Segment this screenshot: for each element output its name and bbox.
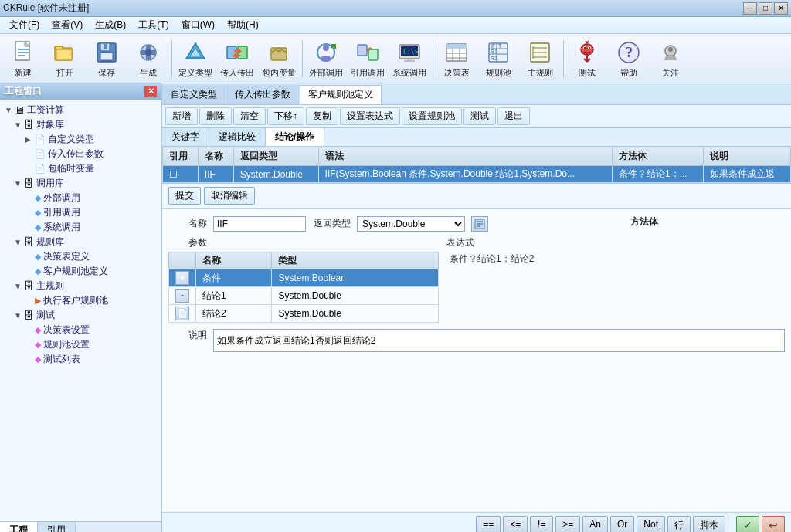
tree-external-call[interactable]: ◆ 外部调用 (3, 191, 158, 205)
package-var-btn[interactable]: 包内变量 (259, 36, 299, 80)
svg-point-69 (668, 47, 673, 52)
subtab-keyword[interactable]: 关键字 (162, 128, 209, 146)
define-type-btn[interactable]: 定义类型 (175, 36, 216, 80)
param-ctrl[interactable]: - (169, 287, 196, 305)
name-input[interactable] (213, 216, 306, 232)
save-btn[interactable]: 保存 (87, 36, 127, 80)
tree-object-lib[interactable]: ▼ 🗄 对象库 (3, 117, 158, 132)
new-btn[interactable]: 新建 (3, 36, 43, 80)
le-btn[interactable]: <= (503, 516, 528, 532)
menu-file[interactable]: 文件(F) (3, 17, 46, 33)
param-ctrl[interactable]: 📄 (169, 305, 196, 323)
svg-point-60 (589, 47, 590, 49)
copy-btn[interactable]: 复制 (306, 107, 338, 125)
open-btn[interactable]: 打开 (45, 36, 85, 80)
tree-exec-rule-pool[interactable]: ▶ 执行客户规则池 (3, 293, 158, 308)
svg-text:R2: R2 (491, 56, 497, 61)
external-call-btn[interactable]: 外部调用 (306, 36, 346, 80)
tab-customer-rule-pool[interactable]: 客户规则池定义 (300, 85, 382, 104)
rule-pool-btn[interactable]: IF T R1 R2 规则池 (478, 36, 518, 80)
or-btn[interactable]: Or (610, 516, 634, 532)
cancel-confirm-btn[interactable]: ↩ (762, 516, 785, 532)
param-row[interactable]: + 条件 System.Boolean (169, 269, 439, 287)
tree-decision-table[interactable]: ◆ 决策表定义 (3, 249, 158, 264)
tree-sys-call[interactable]: ◆ 系统调用 (3, 220, 158, 235)
tree-call-lib[interactable]: ▼ 🗄 调用库 (3, 176, 158, 191)
tab-custom-type[interactable]: 自定义类型 (162, 85, 226, 104)
tree-decision-table-set[interactable]: ◆ 决策表设置 (3, 323, 158, 337)
name-label: 名称 (168, 217, 207, 230)
doc-param-btn[interactable]: 📄 (175, 307, 189, 320)
minimize-btn[interactable]: ─ (743, 2, 757, 15)
focus-btn[interactable]: 关注 (650, 36, 691, 80)
tree-main-rule[interactable]: ▼ 🗄 主规则 (3, 279, 158, 293)
svg-rect-40 (446, 44, 453, 49)
and-btn[interactable]: An (582, 516, 608, 532)
tree-test[interactable]: ▼ 🗄 测试 (3, 308, 158, 323)
row-btn[interactable]: 行 (667, 516, 691, 532)
remove-param-btn[interactable]: - (175, 289, 189, 303)
script-btn[interactable]: 脚本 (693, 516, 725, 532)
tree-rule-pool-def[interactable]: ◆ 客户规则池定义 (3, 264, 158, 279)
not-btn[interactable]: Not (637, 516, 665, 532)
tab-transfer-param[interactable]: 传入传出参数 (226, 85, 299, 104)
note-input[interactable] (213, 329, 785, 352)
param-name: 结论1 (196, 287, 272, 305)
subtab-logic[interactable]: 逻辑比较 (209, 128, 266, 146)
tree-test-list[interactable]: ◆ 测试列表 (3, 352, 158, 367)
ge-btn[interactable]: >= (555, 516, 580, 532)
tree-rule-lib[interactable]: ▼ 🗄 规则库 (3, 235, 158, 249)
menu-view[interactable]: 查看(V) (46, 17, 89, 33)
cancel-edit-btn[interactable]: 取消编辑 (204, 187, 255, 205)
eq-btn[interactable]: == (476, 516, 501, 532)
return-type-browse-btn[interactable] (471, 216, 488, 232)
delete-btn[interactable]: 删除 (199, 107, 232, 125)
col-param-name: 名称 (196, 252, 272, 269)
transfer-btn[interactable]: 传入传出 (217, 36, 257, 80)
param-ctrl[interactable]: + (169, 269, 196, 287)
menu-window[interactable]: 窗口(W) (175, 17, 221, 33)
tab-project[interactable]: 工程 (0, 522, 38, 532)
param-row[interactable]: 📄 结论2 System.Double (169, 305, 439, 323)
return-type-select[interactable]: System.Double (357, 216, 465, 232)
menu-generate[interactable]: 生成(B) (89, 17, 132, 33)
set-rule-pool-btn[interactable]: 设置规则池 (402, 107, 462, 125)
add-param-btn[interactable]: + (175, 271, 189, 285)
svg-rect-41 (453, 44, 460, 49)
ref-call-btn[interactable]: 引用调用 (348, 36, 388, 80)
row-checkbox[interactable]: ☐ (163, 166, 199, 183)
exit-btn[interactable]: 退出 (497, 107, 530, 125)
add-btn[interactable]: 新增 (165, 107, 198, 125)
maximize-btn[interactable]: □ (759, 2, 772, 15)
set-expression-btn[interactable]: 设置表达式 (340, 107, 400, 125)
close-btn[interactable]: ✕ (774, 2, 788, 15)
tree-temp-var[interactable]: 📄 包临时变量 (3, 161, 158, 176)
param-row[interactable]: - 结论1 System.Double (169, 287, 439, 305)
method-expr-section: 表达式 条件？结论1：结论2 (446, 236, 785, 323)
menu-help[interactable]: 帮助(H) (221, 17, 265, 33)
move-down-btn[interactable]: 下移↑ (267, 107, 304, 125)
tab-reference[interactable]: 引用 (38, 522, 76, 532)
main-rule-btn[interactable]: 主规则 (520, 36, 560, 80)
menu-tools[interactable]: 工具(T) (132, 17, 175, 33)
confirm-btn[interactable]: ✓ (736, 516, 759, 532)
tree-ref-call[interactable]: ◆ 引用调用 (3, 205, 158, 220)
svg-rect-10 (100, 53, 113, 60)
tree-custom-type[interactable]: ▶ 📄 自定义类型 (3, 132, 158, 147)
clear-btn[interactable]: 清空 (233, 107, 266, 125)
tree-root[interactable]: ▼ 🖥 工资计算 (3, 103, 158, 117)
subtab-conclusion[interactable]: 结论/操作 (266, 128, 324, 146)
sys-call-btn[interactable]: C:\> 系统调用 (389, 36, 429, 80)
submit-btn[interactable]: 提交 (168, 187, 201, 205)
help-btn[interactable]: ? 帮助 (609, 36, 649, 80)
btn-strip: == <= != >= An Or Not 行 脚本 ✓ ↩ (162, 512, 791, 532)
table-row[interactable]: ☐ IIF System.Double IIF(System.Boolean 条… (163, 166, 791, 183)
test-rule-btn[interactable]: 测试 (463, 107, 496, 125)
panel-close-btn[interactable]: ✕ (144, 86, 157, 97)
test-btn[interactable]: 测试 (567, 36, 607, 80)
ne-btn[interactable]: != (530, 516, 553, 532)
tree-transfer-param[interactable]: 📄 传入传出参数 (3, 147, 158, 161)
tree-rule-pool-set[interactable]: ◆ 规则池设置 (3, 337, 158, 352)
decision-table-btn[interactable]: 决策表 (436, 36, 477, 80)
generate-btn[interactable]: 生成 (128, 36, 168, 80)
